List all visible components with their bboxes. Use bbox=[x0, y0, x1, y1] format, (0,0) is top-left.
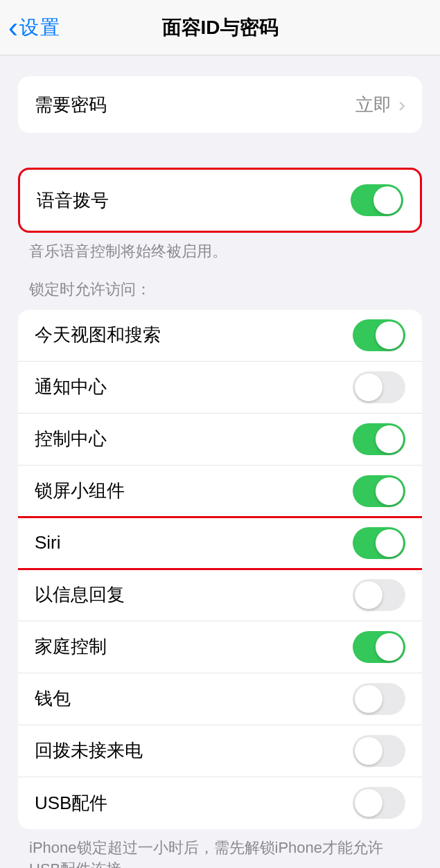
back-label: 设置 bbox=[19, 15, 61, 41]
toggle-knob bbox=[355, 789, 382, 817]
toggle-knob bbox=[373, 186, 401, 214]
lock-access-toggle[interactable] bbox=[353, 631, 405, 663]
lock-access-row: 以信息回复 bbox=[18, 569, 422, 621]
voice-dial-label: 语音拨号 bbox=[37, 188, 109, 213]
lock-access-row: 家庭控制 bbox=[18, 621, 422, 673]
navigation-bar: ‹ 设置 面容ID与密码 bbox=[0, 0, 440, 55]
chevron-right-icon: › bbox=[398, 93, 405, 116]
toggle-knob bbox=[355, 581, 382, 609]
lock-access-label: 家庭控制 bbox=[35, 635, 107, 659]
back-button[interactable]: ‹ 设置 bbox=[0, 13, 61, 42]
chevron-left-icon: ‹ bbox=[8, 13, 18, 42]
lock-access-row: 钱包 bbox=[18, 673, 422, 725]
toggle-knob bbox=[376, 425, 403, 453]
lock-access-row: 锁屏小组件 bbox=[18, 466, 422, 517]
lock-access-toggle[interactable] bbox=[353, 423, 405, 455]
toggle-knob bbox=[355, 373, 382, 401]
lock-access-label: 回拨未接来电 bbox=[35, 738, 143, 763]
require-passcode-value: 立即 bbox=[355, 93, 391, 117]
toggle-knob bbox=[376, 321, 403, 349]
toggle-knob bbox=[376, 477, 403, 505]
lock-access-row: 通知中心 bbox=[18, 362, 422, 414]
voice-dial-toggle[interactable] bbox=[351, 184, 403, 216]
require-passcode-group: 需要密码 立即 › bbox=[18, 76, 422, 133]
voice-dial-footer: 音乐语音控制将始终被启用。 bbox=[0, 233, 440, 263]
lock-access-toggle[interactable] bbox=[353, 527, 405, 559]
voice-dial-row: 语音拨号 bbox=[20, 170, 420, 231]
lock-access-toggle[interactable] bbox=[353, 735, 405, 767]
toggle-knob bbox=[376, 529, 403, 557]
lock-access-toggle[interactable] bbox=[353, 787, 405, 819]
toggle-knob bbox=[355, 737, 382, 765]
lock-access-row: USB配件 bbox=[18, 777, 422, 829]
toggle-knob bbox=[376, 633, 403, 661]
toggle-knob bbox=[355, 685, 382, 713]
lock-access-label: 控制中心 bbox=[35, 427, 107, 451]
lock-access-footer: iPhone锁定超过一小时后，需先解锁iPhone才能允许USB配件连接。 bbox=[0, 829, 440, 868]
lock-access-label: Siri bbox=[35, 532, 61, 553]
require-passcode-row[interactable]: 需要密码 立即 › bbox=[18, 76, 422, 133]
lock-access-toggle[interactable] bbox=[353, 319, 405, 351]
lock-access-row: Siri bbox=[18, 517, 422, 569]
lock-access-row: 控制中心 bbox=[18, 414, 422, 466]
lock-access-label: 通知中心 bbox=[35, 375, 107, 399]
require-passcode-label: 需要密码 bbox=[35, 93, 107, 117]
lock-access-header: 锁定时允许访问： bbox=[0, 263, 440, 305]
lock-access-label: 钱包 bbox=[35, 687, 71, 711]
page-title: 面容ID与密码 bbox=[162, 15, 279, 41]
lock-access-label: 今天视图和搜索 bbox=[35, 323, 161, 347]
voice-dial-group: 语音拨号 bbox=[18, 168, 422, 233]
lock-access-row: 回拨未接来电 bbox=[18, 725, 422, 777]
lock-access-label: USB配件 bbox=[35, 791, 107, 815]
lock-access-group: 今天视图和搜索通知中心控制中心锁屏小组件Siri以信息回复家庭控制钱包回拨未接来… bbox=[18, 310, 422, 829]
lock-access-toggle[interactable] bbox=[353, 579, 405, 611]
lock-access-label: 以信息回复 bbox=[35, 583, 125, 607]
lock-access-toggle[interactable] bbox=[353, 475, 405, 507]
lock-access-row: 今天视图和搜索 bbox=[18, 310, 422, 362]
lock-access-toggle[interactable] bbox=[353, 371, 405, 403]
lock-access-label: 锁屏小组件 bbox=[35, 479, 125, 503]
lock-access-toggle[interactable] bbox=[353, 683, 405, 715]
